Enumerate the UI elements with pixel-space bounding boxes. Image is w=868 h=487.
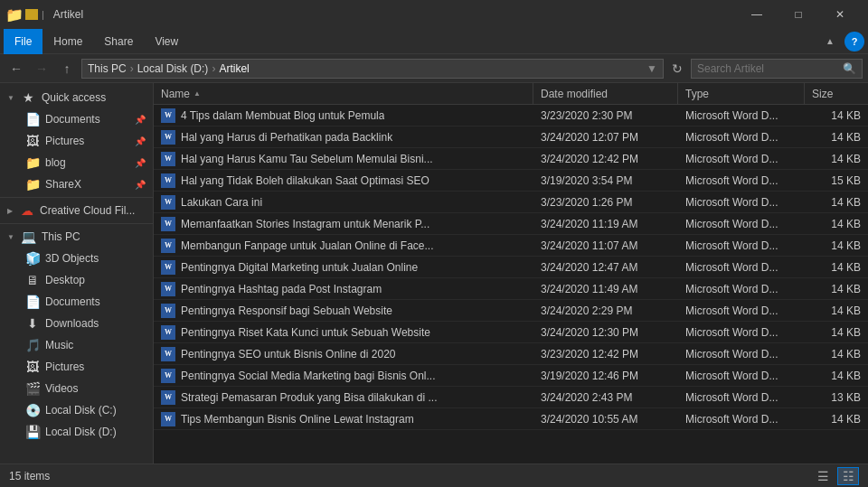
desktop-icon: 🖥 bbox=[25, 273, 40, 287]
path-this-pc[interactable]: This PC bbox=[88, 62, 127, 75]
view-list-button[interactable]: ☰ bbox=[812, 467, 834, 485]
sidebar-downloads-label: Downloads bbox=[45, 317, 99, 330]
table-row[interactable]: W Pentingnya SEO untuk Bisnis Online di … bbox=[154, 343, 868, 365]
table-row[interactable]: W Lakukan Cara ini 3/23/2020 1:26 PM Mic… bbox=[154, 192, 868, 213]
close-button[interactable]: ✕ bbox=[819, 0, 861, 29]
table-row[interactable]: W Hal yang Tidak Boleh dilakukan Saat Op… bbox=[154, 170, 868, 192]
this-pc-icon: 💻 bbox=[22, 229, 36, 244]
file-name-col: W Pentingnya Riset Kata Kunci untuk Sebu… bbox=[154, 322, 533, 342]
minimize-button[interactable]: — bbox=[736, 0, 778, 29]
table-row[interactable]: W Membangun Fanpage untuk Jualan Online … bbox=[154, 235, 868, 257]
header-date[interactable]: Date modified bbox=[533, 83, 678, 104]
file-type-col: Microsoft Word D... bbox=[678, 300, 805, 321]
table-row[interactable]: W Tips Membangun Bisnis Online Lewat Ins… bbox=[154, 408, 868, 430]
sidebar-item-local-d[interactable]: 💾 Local Disk (D:) bbox=[0, 421, 153, 443]
sidebar-item-videos[interactable]: 🎬 Videos bbox=[0, 378, 153, 399]
ribbon-collapse-button[interactable]: ▲ bbox=[819, 31, 841, 52]
file-name-col: W Pentingnya Social Media Marketing bagi… bbox=[154, 365, 533, 386]
file-type-col: Microsoft Word D... bbox=[678, 192, 805, 212]
header-name[interactable]: Name ▲ bbox=[154, 83, 533, 104]
header-size[interactable]: Size bbox=[805, 83, 868, 104]
sidebar-blog-label: blog bbox=[45, 156, 66, 169]
table-row[interactable]: W Hal yang Harus Kamu Tau Sebelum Memula… bbox=[154, 148, 868, 170]
menu-file[interactable]: File bbox=[4, 29, 42, 54]
file-name: Membangun Fanpage untuk Jualan Online di… bbox=[181, 239, 434, 252]
file-type-col: Microsoft Word D... bbox=[678, 170, 805, 191]
downloads-icon: ⬇ bbox=[25, 316, 40, 331]
sidebar-item-this-pc[interactable]: ▼ 💻 This PC bbox=[0, 226, 153, 248]
file-type-col: Microsoft Word D... bbox=[678, 126, 805, 147]
help-button[interactable]: ? bbox=[844, 32, 864, 52]
file-name: 4 Tips dalam Membuat Blog untuk Pemula bbox=[181, 109, 384, 122]
menu-home[interactable]: Home bbox=[42, 29, 93, 54]
sidebar-item-creative-cloud[interactable]: ▶ ☁ Creative Cloud Fil... bbox=[0, 200, 153, 221]
forward-button[interactable]: → bbox=[31, 58, 52, 80]
quick-access-icon: ★ bbox=[22, 90, 36, 105]
file-name-col: W Tips Membangun Bisnis Online Lewat Ins… bbox=[154, 408, 533, 429]
table-row[interactable]: W Pentingnya Riset Kata Kunci untuk Sebu… bbox=[154, 322, 868, 343]
path-local-disk[interactable]: Local Disk (D:) bbox=[137, 62, 209, 75]
sidebar-item-documents2[interactable]: 📄 Documents bbox=[0, 291, 153, 313]
file-type-col: Microsoft Word D... bbox=[678, 343, 805, 364]
file-date-col: 3/24/2020 11:07 AM bbox=[533, 235, 678, 256]
file-date-col: 3/19/2020 3:54 PM bbox=[533, 170, 678, 191]
maximize-button[interactable]: □ bbox=[778, 0, 819, 29]
file-size-col: 14 KB bbox=[805, 257, 868, 277]
table-row[interactable]: W Memanfaatkan Stories Instagram untuk M… bbox=[154, 213, 868, 235]
sidebar-item-local-c[interactable]: 💿 Local Disk (C:) bbox=[0, 399, 153, 421]
sidebar-item-3dobjects[interactable]: 🧊 3D Objects bbox=[0, 248, 153, 269]
address-path[interactable]: This PC › Local Disk (D:) › Artikel ▼ bbox=[81, 59, 664, 79]
path-artikel[interactable]: Artikel bbox=[219, 62, 249, 75]
view-details-button[interactable]: ☷ bbox=[837, 467, 859, 485]
file-date-col: 3/24/2020 12:07 PM bbox=[533, 126, 678, 147]
sidebar-quick-access[interactable]: ▼ ★ Quick access bbox=[0, 87, 153, 108]
sidebar: ▼ ★ Quick access 📄 Documents 📌 🖼 Picture… bbox=[0, 83, 154, 464]
file-rows-container: W 4 Tips dalam Membuat Blog untuk Pemula… bbox=[154, 105, 868, 430]
word-icon: W bbox=[161, 260, 175, 275]
sidebar-item-pictures2[interactable]: 🖼 Pictures bbox=[0, 356, 153, 378]
file-name: Pentingnya Responsif bagi Sebuah Website bbox=[181, 304, 392, 317]
file-name: Pentingnya Digital Marketing untuk Juala… bbox=[181, 261, 418, 274]
sidebar-item-downloads[interactable]: ⬇ Downloads bbox=[0, 313, 153, 334]
title-separator: | bbox=[42, 9, 44, 20]
search-input[interactable] bbox=[697, 62, 839, 75]
file-date-col: 3/23/2020 12:42 PM bbox=[533, 343, 678, 364]
sidebar-item-pictures[interactable]: 🖼 Pictures 📌 bbox=[0, 130, 153, 152]
file-name-col: W Strategi Pemasaran Produk yang Bisa di… bbox=[154, 387, 533, 407]
word-icon: W bbox=[161, 325, 175, 340]
back-button[interactable]: ← bbox=[5, 58, 27, 80]
file-date-col: 3/24/2020 12:30 PM bbox=[533, 322, 678, 342]
sidebar-item-documents[interactable]: 📄 Documents 📌 bbox=[0, 108, 153, 130]
table-row[interactable]: W Pentingnya Digital Marketing untuk Jua… bbox=[154, 257, 868, 278]
file-size-col: 14 KB bbox=[805, 213, 868, 234]
file-name-col: W Hal yang Harus Kamu Tau Sebelum Memula… bbox=[154, 148, 533, 169]
refresh-button[interactable]: ↻ bbox=[667, 59, 687, 79]
sidebar-sharex-label: ShareX bbox=[45, 178, 81, 191]
file-type-col: Microsoft Word D... bbox=[678, 257, 805, 277]
file-name-col: W Lakukan Cara ini bbox=[154, 192, 533, 212]
table-row[interactable]: W Pentingnya Responsif bagi Sebuah Websi… bbox=[154, 300, 868, 322]
path-dropdown-icon[interactable]: ▼ bbox=[646, 62, 657, 75]
file-size-col: 14 KB bbox=[805, 300, 868, 321]
word-icon: W bbox=[161, 239, 175, 253]
table-row[interactable]: W 4 Tips dalam Membuat Blog untuk Pemula… bbox=[154, 105, 868, 126]
word-icon: W bbox=[161, 412, 175, 426]
sidebar-item-desktop[interactable]: 🖥 Desktop bbox=[0, 269, 153, 291]
menu-view[interactable]: View bbox=[144, 29, 189, 54]
search-box[interactable]: 🔍 bbox=[691, 59, 863, 79]
sidebar-item-sharex[interactable]: 📁 ShareX 📌 bbox=[0, 173, 153, 195]
pin-icon-pictures: 📌 bbox=[135, 136, 146, 146]
menu-share[interactable]: Share bbox=[93, 29, 144, 54]
header-type[interactable]: Type bbox=[678, 83, 805, 104]
sidebar-item-music[interactable]: 🎵 Music bbox=[0, 334, 153, 356]
local-d-icon: 💾 bbox=[25, 425, 40, 439]
file-name-col: W Hal yang Tidak Boleh dilakukan Saat Op… bbox=[154, 170, 533, 191]
file-date-col: 3/24/2020 12:42 PM bbox=[533, 148, 678, 169]
up-button[interactable]: ↑ bbox=[56, 58, 78, 80]
table-row[interactable]: W Pentingnya Hashtag pada Post Instagram… bbox=[154, 278, 868, 300]
file-name-col: W Pentingnya Digital Marketing untuk Jua… bbox=[154, 257, 533, 277]
table-row[interactable]: W Hal yang Harus di Perhatikan pada Back… bbox=[154, 126, 868, 148]
table-row[interactable]: W Strategi Pemasaran Produk yang Bisa di… bbox=[154, 387, 868, 408]
sidebar-item-blog[interactable]: 📁 blog 📌 bbox=[0, 152, 153, 173]
table-row[interactable]: W Pentingnya Social Media Marketing bagi… bbox=[154, 365, 868, 387]
